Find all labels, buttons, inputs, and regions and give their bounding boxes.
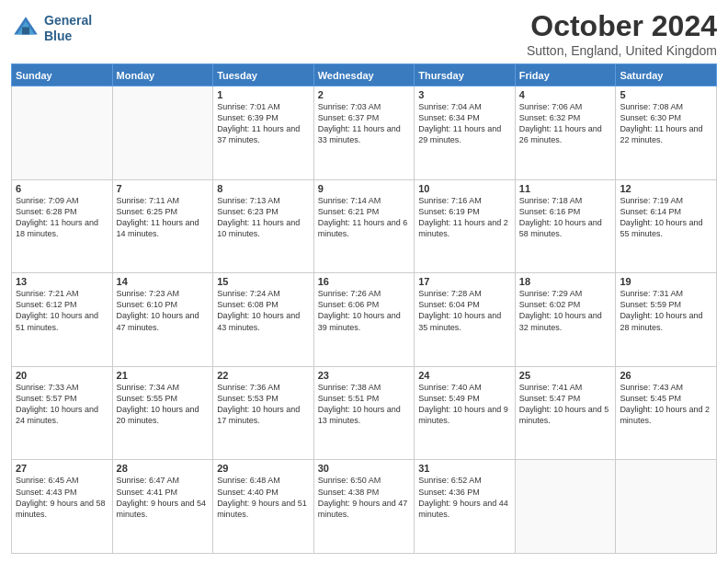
sunset-text: Sunset: 6:06 PM [318,300,380,309]
sunset-text: Sunset: 4:40 PM [217,488,279,497]
table-cell: 22 Sunrise: 7:36 AM Sunset: 5:53 PM Dayl… [213,366,314,460]
page: General Blue October 2024 Sutton, Englan… [0,0,728,563]
calendar-row: 6 Sunrise: 7:09 AM Sunset: 6:28 PM Dayli… [12,179,717,273]
cell-info: Sunrise: 7:01 AM Sunset: 6:39 PM Dayligh… [217,101,310,146]
sunrise-text: Sunrise: 7:21 AM [16,289,79,298]
daylight-text: Daylight: 10 hours and 17 minutes. [217,405,300,425]
calendar-row: 13 Sunrise: 7:21 AM Sunset: 6:12 PM Dayl… [12,273,717,367]
cell-info: Sunrise: 7:09 AM Sunset: 6:28 PM Dayligh… [16,195,108,240]
sunset-text: Sunset: 6:02 PM [519,300,581,309]
sunrise-text: Sunrise: 7:04 AM [418,102,482,111]
daylight-text: Daylight: 11 hours and 14 minutes. [117,218,199,238]
cell-info: Sunrise: 7:29 AM Sunset: 6:02 PM Dayligh… [519,288,612,333]
day-number: 6 [16,183,108,194]
sunset-text: Sunset: 4:43 PM [16,488,77,497]
sunrise-text: Sunrise: 6:45 AM [16,476,79,485]
day-number: 22 [217,370,310,381]
table-cell: 30 Sunrise: 6:50 AM Sunset: 4:38 PM Dayl… [313,460,415,554]
sunset-text: Sunset: 4:36 PM [418,488,480,497]
daylight-text: Daylight: 10 hours and 35 minutes. [418,311,501,331]
table-cell: 31 Sunrise: 6:52 AM Sunset: 4:36 PM Dayl… [415,460,516,554]
sunrise-text: Sunrise: 6:52 AM [418,476,482,485]
sunrise-text: Sunrise: 7:31 AM [620,289,683,298]
sunset-text: Sunset: 6:23 PM [217,207,279,216]
sunset-text: Sunset: 5:45 PM [620,394,681,403]
calendar-body: 1 Sunrise: 7:01 AM Sunset: 6:39 PM Dayli… [12,86,717,554]
day-number: 5 [620,89,712,100]
sunset-text: Sunset: 6:12 PM [16,300,77,309]
day-number: 12 [620,183,712,194]
sunrise-text: Sunrise: 7:41 AM [519,383,583,392]
cell-info: Sunrise: 7:33 AM Sunset: 5:57 PM Dayligh… [16,382,108,427]
daylight-text: Daylight: 9 hours and 58 minutes. [16,499,106,519]
sunset-text: Sunset: 6:21 PM [318,207,380,216]
daylight-text: Daylight: 10 hours and 58 minutes. [519,218,602,238]
table-cell [515,460,616,554]
day-number: 13 [16,276,108,287]
sunset-text: Sunset: 6:08 PM [217,300,279,309]
day-number: 21 [117,370,210,381]
sunrise-text: Sunrise: 7:14 AM [318,196,381,205]
cell-info: Sunrise: 7:34 AM Sunset: 5:55 PM Dayligh… [117,382,210,427]
table-cell: 19 Sunrise: 7:31 AM Sunset: 5:59 PM Dayl… [616,273,717,367]
day-number: 27 [16,463,108,474]
logo-text: General Blue [44,13,92,44]
table-cell: 16 Sunrise: 7:26 AM Sunset: 6:06 PM Dayl… [313,273,415,367]
cell-info: Sunrise: 7:24 AM Sunset: 6:08 PM Dayligh… [217,288,310,333]
sunset-text: Sunset: 5:57 PM [16,394,77,403]
sunrise-text: Sunrise: 7:09 AM [16,196,79,205]
day-number: 14 [117,276,210,287]
day-number: 25 [519,370,612,381]
sunrise-text: Sunrise: 7:36 AM [217,383,280,392]
sunset-text: Sunset: 6:25 PM [117,207,178,216]
table-cell: 8 Sunrise: 7:13 AM Sunset: 6:23 PM Dayli… [213,179,314,273]
day-number: 15 [217,276,310,287]
cell-info: Sunrise: 7:28 AM Sunset: 6:04 PM Dayligh… [418,288,511,333]
daylight-text: Daylight: 11 hours and 22 minutes. [620,124,702,144]
table-cell: 3 Sunrise: 7:04 AM Sunset: 6:34 PM Dayli… [415,86,516,180]
day-number: 23 [318,370,411,381]
table-cell: 23 Sunrise: 7:38 AM Sunset: 5:51 PM Dayl… [313,366,415,460]
cell-info: Sunrise: 7:14 AM Sunset: 6:21 PM Dayligh… [318,195,411,240]
table-cell: 6 Sunrise: 7:09 AM Sunset: 6:28 PM Dayli… [12,179,113,273]
daylight-text: Daylight: 10 hours and 39 minutes. [318,311,401,331]
day-number: 18 [519,276,612,287]
cell-info: Sunrise: 6:45 AM Sunset: 4:43 PM Dayligh… [16,475,108,520]
table-cell: 27 Sunrise: 6:45 AM Sunset: 4:43 PM Dayl… [12,460,113,554]
col-thursday: Thursday [415,64,516,86]
sunrise-text: Sunrise: 7:38 AM [318,383,381,392]
table-cell: 4 Sunrise: 7:06 AM Sunset: 6:32 PM Dayli… [515,86,616,180]
col-wednesday: Wednesday [313,64,415,86]
sunset-text: Sunset: 6:34 PM [418,113,480,122]
sunset-text: Sunset: 4:41 PM [117,488,178,497]
sunrise-text: Sunrise: 7:29 AM [519,289,583,298]
calendar-row: 1 Sunrise: 7:01 AM Sunset: 6:39 PM Dayli… [12,86,717,180]
cell-info: Sunrise: 7:31 AM Sunset: 5:59 PM Dayligh… [620,288,712,333]
sunset-text: Sunset: 6:04 PM [418,300,480,309]
daylight-text: Daylight: 10 hours and 32 minutes. [519,311,602,331]
daylight-text: Daylight: 10 hours and 2 minutes. [620,405,710,425]
sunset-text: Sunset: 6:30 PM [620,113,681,122]
sunset-text: Sunset: 5:47 PM [519,394,581,403]
daylight-text: Daylight: 9 hours and 54 minutes. [117,499,207,519]
day-number: 11 [519,183,612,194]
day-number: 1 [217,89,310,100]
logo: General Blue [11,13,92,44]
daylight-text: Daylight: 10 hours and 13 minutes. [318,405,401,425]
table-cell: 29 Sunrise: 6:48 AM Sunset: 4:40 PM Dayl… [213,460,314,554]
col-sunday: Sunday [12,64,113,86]
sunset-text: Sunset: 6:39 PM [217,113,279,122]
calendar-header: Sunday Monday Tuesday Wednesday Thursday… [12,64,717,86]
daylight-text: Daylight: 11 hours and 37 minutes. [217,124,300,144]
table-cell: 5 Sunrise: 7:08 AM Sunset: 6:30 PM Dayli… [616,86,717,180]
cell-info: Sunrise: 7:08 AM Sunset: 6:30 PM Dayligh… [620,101,712,146]
sunset-text: Sunset: 5:53 PM [217,394,279,403]
table-cell: 14 Sunrise: 7:23 AM Sunset: 6:10 PM Dayl… [112,273,213,367]
table-cell [616,460,717,554]
table-cell [12,86,113,180]
cell-info: Sunrise: 7:18 AM Sunset: 6:16 PM Dayligh… [519,195,612,240]
daylight-text: Daylight: 11 hours and 29 minutes. [418,124,501,144]
header-row: Sunday Monday Tuesday Wednesday Thursday… [12,64,717,86]
cell-info: Sunrise: 7:16 AM Sunset: 6:19 PM Dayligh… [418,195,511,240]
table-cell: 1 Sunrise: 7:01 AM Sunset: 6:39 PM Dayli… [213,86,314,180]
